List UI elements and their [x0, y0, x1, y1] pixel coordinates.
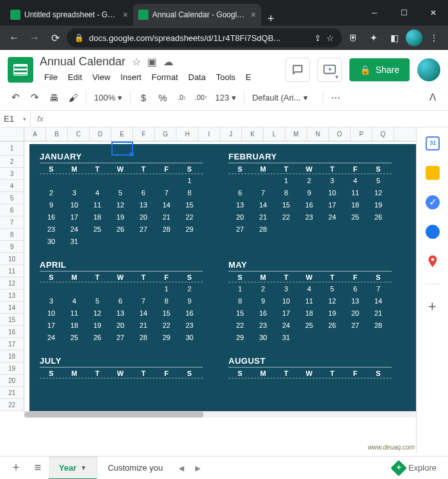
row-header-8[interactable]: 8 [0, 229, 24, 241]
column-header-B[interactable]: B [46, 127, 68, 141]
row-header-3[interactable]: 3 [0, 168, 24, 180]
row-header-15[interactable]: 15 [0, 314, 24, 326]
column-header-L[interactable]: L [264, 127, 285, 141]
maximize-button[interactable]: ☐ [389, 0, 419, 26]
column-header-F[interactable]: F [133, 127, 155, 141]
column-header-N[interactable]: N [307, 127, 329, 141]
column-header-C[interactable]: C [68, 127, 90, 141]
row-header-17[interactable]: 17 [0, 338, 24, 350]
chrome-menu-button[interactable]: ⋮ [425, 29, 443, 47]
column-header-I[interactable]: I [198, 127, 220, 141]
increase-decimal-button[interactable]: .00↑ [192, 88, 210, 106]
menu-more[interactable]: E [241, 70, 256, 85]
percent-button[interactable]: % [154, 88, 172, 106]
column-header-P[interactable]: P [351, 127, 372, 141]
close-icon[interactable]: × [251, 10, 256, 20]
row-header-19[interactable]: 19 [0, 362, 24, 375]
row-header-10[interactable]: 10 [0, 253, 24, 265]
present-button[interactable]: ▾ [317, 58, 342, 82]
redo-button[interactable]: ↷ [26, 88, 44, 106]
number-format-select[interactable]: 123▾ [211, 93, 240, 102]
row-header-18[interactable]: 18 [0, 350, 24, 362]
row-header-9[interactable]: 9 [0, 241, 24, 253]
zoom-select[interactable]: 100%▾ [90, 93, 126, 102]
comments-button[interactable] [285, 58, 310, 82]
close-icon[interactable]: × [123, 10, 128, 20]
scroll-left-button[interactable]: ◄ [173, 463, 189, 473]
menu-insert[interactable]: Insert [116, 70, 146, 85]
column-header-A[interactable]: A [24, 127, 46, 141]
share-url-icon[interactable]: ⇪ [314, 33, 321, 43]
column-header-D[interactable]: D [90, 127, 111, 141]
select-all-corner[interactable] [0, 127, 24, 141]
star-icon[interactable]: ☆ [326, 33, 334, 43]
row-header-1[interactable]: 1 [0, 142, 24, 156]
calendar-addon-icon[interactable]: 31 [426, 136, 440, 150]
column-header-H[interactable]: H [177, 127, 198, 141]
menu-data[interactable]: Data [184, 70, 210, 85]
spreadsheet-grid[interactable]: ABCDEFGHIJKLMNOPQ 1234567891011121314151… [0, 127, 416, 453]
row-header-14[interactable]: 14 [0, 302, 24, 314]
row-header-13[interactable]: 13 [0, 289, 24, 302]
row-header-11[interactable]: 11 [0, 265, 24, 277]
profile-avatar[interactable] [406, 29, 422, 46]
row-header-5[interactable]: 5 [0, 192, 24, 204]
keep-addon-icon[interactable] [426, 166, 440, 180]
currency-button[interactable]: $ [134, 88, 152, 106]
row-header-22[interactable]: 22 [0, 399, 24, 411]
row-header-2[interactable]: 2 [0, 156, 24, 168]
all-sheets-button[interactable]: ≡ [27, 459, 49, 478]
minimize-button[interactable]: ─ [360, 0, 389, 26]
column-header-M[interactable]: M [285, 127, 307, 141]
close-button[interactable]: ✕ [419, 0, 448, 26]
forward-button[interactable]: → [26, 29, 44, 47]
extension-icon[interactable]: ⛨ [344, 29, 362, 47]
cloud-icon[interactable]: ☁ [163, 56, 173, 68]
scroll-right-button[interactable]: ► [189, 463, 206, 473]
extensions-button[interactable]: ✦ [365, 29, 383, 47]
row-header-4[interactable]: 4 [0, 180, 24, 192]
maps-addon-icon[interactable] [426, 254, 440, 268]
column-header-J[interactable]: J [220, 127, 242, 141]
column-header-K[interactable]: K [242, 127, 264, 141]
star-icon[interactable]: ☆ [132, 56, 141, 68]
menu-view[interactable]: View [88, 70, 115, 85]
row-header-16[interactable]: 16 [0, 326, 24, 338]
column-header-O[interactable]: O [329, 127, 351, 141]
browser-tab-1[interactable]: Annual Calendar - Google S × [133, 4, 261, 26]
add-sheet-button[interactable]: + [5, 459, 27, 478]
name-box[interactable]: E1▾ [0, 111, 31, 127]
sheet-tab-customize[interactable]: Customize you [97, 457, 173, 480]
paint-format-button[interactable]: 🖌 [64, 88, 82, 106]
share-button[interactable]: 🔒 Share [349, 58, 410, 81]
row-header-21[interactable]: 21 [0, 387, 24, 399]
doc-title[interactable]: Annual Calendar [40, 55, 125, 69]
contacts-addon-icon[interactable] [426, 225, 440, 239]
tasks-addon-icon[interactable]: ✓ [426, 195, 440, 209]
explore-button[interactable]: Explore [387, 462, 443, 474]
column-header-Q[interactable]: Q [372, 127, 394, 141]
horizontal-scrollbar[interactable] [24, 411, 416, 418]
reload-button[interactable]: ⟳ [46, 29, 64, 47]
browser-tab-0[interactable]: Untitled spreadsheet - Goog × [5, 4, 133, 26]
sheet-tab-year[interactable]: Year▼ [49, 457, 97, 480]
move-icon[interactable]: ▣ [147, 56, 157, 68]
get-addons-button[interactable]: + [426, 300, 440, 314]
row-header-7[interactable]: 7 [0, 216, 24, 229]
omnibox[interactable]: 🔒 docs.google.com/spreadsheets/d/1Lr4T8F… [67, 28, 342, 47]
row-header-6[interactable]: 6 [0, 204, 24, 216]
account-avatar[interactable] [417, 58, 440, 81]
font-select[interactable]: Default (Ari...▾ [248, 93, 319, 102]
undo-button[interactable]: ↶ [6, 88, 24, 106]
print-button[interactable]: 🖶 [45, 88, 63, 106]
sheets-logo[interactable] [8, 57, 33, 83]
menu-file[interactable]: File [40, 70, 62, 85]
decrease-decimal-button[interactable]: .0↓ [173, 88, 191, 106]
back-button[interactable]: ← [5, 29, 23, 47]
menu-format[interactable]: Format [147, 70, 182, 85]
row-header-20[interactable]: 20 [0, 375, 24, 387]
row-header-12[interactable]: 12 [0, 277, 24, 289]
extension-icon-2[interactable]: ◧ [385, 29, 403, 47]
column-header-E[interactable]: E [111, 127, 133, 141]
more-toolbar-button[interactable]: ⋯ [327, 88, 345, 106]
